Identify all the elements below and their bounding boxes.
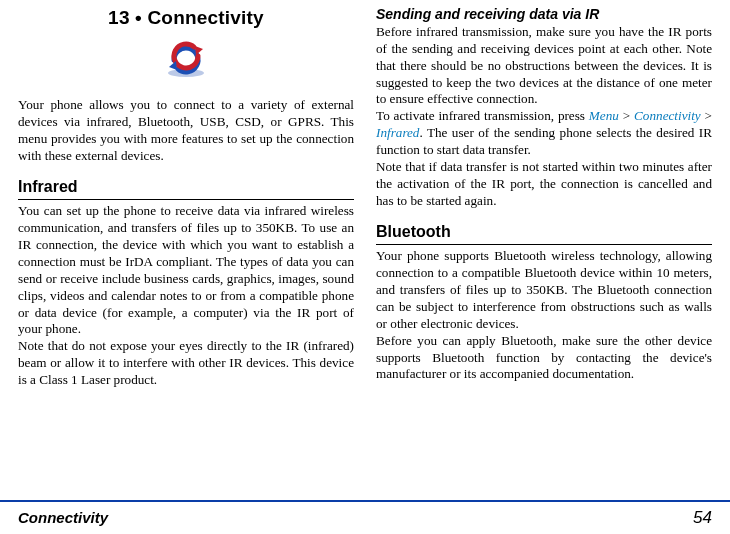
section-rule-bt [376, 244, 712, 245]
ir-paragraph-2: To activate infrared transmission, press… [376, 108, 712, 159]
connectivity-icon [18, 40, 354, 83]
right-column: Sending and receiving data via IR Before… [376, 6, 712, 494]
footer-section-label: Connectivity [18, 508, 108, 527]
page-footer: Connectivity 54 [0, 500, 730, 534]
infrared-paragraph-2: Note that do not expose your eyes direct… [18, 338, 354, 389]
footer-page-number: 54 [693, 507, 712, 529]
chapter-title: 13 • Connectivity [18, 6, 354, 30]
section-heading-bluetooth: Bluetooth [376, 222, 712, 242]
ir-paragraph-1: Before infrared transmission, make sure … [376, 24, 712, 108]
menu-path-menu: Menu [589, 108, 619, 123]
intro-paragraph: Your phone allows you to connect to a va… [18, 97, 354, 165]
ir-p2-tail: . The user of the sending phone selects … [376, 125, 712, 157]
ir-paragraph-3: Note that if data transfer is not starte… [376, 159, 712, 210]
subheading-ir-data: Sending and receiving data via IR [376, 6, 712, 24]
ir-p2-lead: To activate infrared transmission, press [376, 108, 589, 123]
bt-paragraph-2: Before you can apply Bluetooth, make sur… [376, 333, 712, 384]
left-column: 13 • Connectivity Your phone allows you … [18, 6, 354, 494]
menu-path-connectivity: Connectivity [634, 108, 701, 123]
menu-path-infrared: Infrared [376, 125, 419, 140]
section-rule [18, 199, 354, 200]
page-body: 13 • Connectivity Your phone allows you … [0, 0, 730, 494]
bt-paragraph-1: Your phone supports Bluetooth wireless t… [376, 248, 712, 332]
infrared-paragraph-1: You can set up the phone to receive data… [18, 203, 354, 338]
svg-point-3 [182, 51, 188, 55]
section-heading-infrared: Infrared [18, 177, 354, 197]
